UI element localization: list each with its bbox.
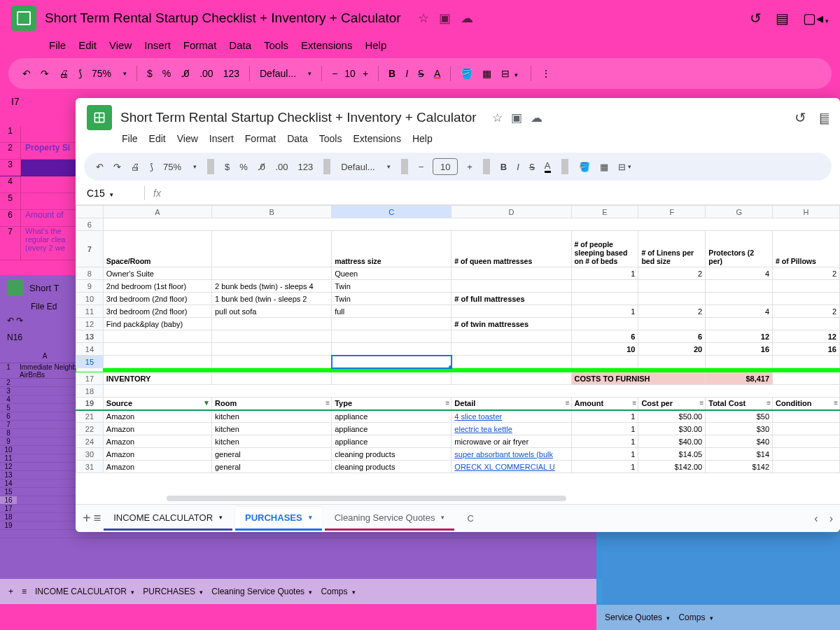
name-box[interactable]: C15 ▾ <box>87 188 136 199</box>
zoom-level[interactable]: 75% <box>160 162 185 172</box>
filter-icon[interactable]: ≡ <box>326 399 330 407</box>
menu-help[interactable]: Help <box>412 133 433 144</box>
percent-icon[interactable]: % <box>160 68 174 79</box>
redo-icon[interactable]: ↷ <box>110 162 125 172</box>
undo-icon[interactable]: ↶ <box>92 162 107 172</box>
tab-truncated[interactable]: C <box>457 507 483 529</box>
cloud-icon[interactable]: ☁ <box>461 10 473 26</box>
col-header[interactable]: G <box>706 206 773 218</box>
menu-insert[interactable]: Insert <box>144 39 171 51</box>
font-selector[interactable]: Defaul... <box>257 68 299 79</box>
tab-income-calculator[interactable]: INCOME CALCULATOR▾ <box>104 507 232 531</box>
borders-icon[interactable]: ▦ <box>596 162 612 172</box>
increase-font-icon[interactable]: + <box>360 68 371 79</box>
tab-purchases[interactable]: PURCHASES ▾ <box>143 587 203 596</box>
currency-icon[interactable]: $ <box>221 162 233 172</box>
col-header[interactable]: C <box>332 206 451 218</box>
font-size-input[interactable]: 10 <box>433 158 458 175</box>
tab-income[interactable]: INCOME CALCULATOR ▾ <box>35 587 134 596</box>
fill-color-icon[interactable]: 🪣 <box>458 68 475 79</box>
col-header[interactable]: D <box>451 206 571 218</box>
menu-extensions[interactable]: Extensions <box>301 39 352 51</box>
meet-icon[interactable]: ▢◂▾ <box>803 10 829 27</box>
all-sheets-icon[interactable]: ≡ <box>94 511 102 526</box>
increase-decimal-icon[interactable]: .00 <box>272 162 291 172</box>
filter-icon[interactable]: ≡ <box>633 399 637 407</box>
more-icon[interactable]: ⋮ <box>538 68 554 79</box>
chevron-down-icon[interactable]: ▾ <box>384 163 394 170</box>
undo-icon[interactable]: ↶ <box>20 68 34 79</box>
zoom-level[interactable]: 75% <box>89 68 114 79</box>
paint-format-icon[interactable]: ⟆ <box>76 68 85 79</box>
print-icon[interactable]: 🖨 <box>127 162 144 172</box>
menu-format[interactable]: Format <box>245 133 276 144</box>
menu-view[interactable]: View <box>109 39 132 51</box>
fill-color-icon[interactable]: 🪣 <box>575 162 594 172</box>
move-icon[interactable]: ▣ <box>439 10 451 26</box>
menu-edit[interactable]: Edit <box>149 133 166 144</box>
spreadsheet-grid[interactable]: A B C D E F G H 6 7 Space/Room mattress … <box>76 205 840 513</box>
filter-icon[interactable]: ≡ <box>446 399 450 407</box>
add-sheet-icon[interactable]: + <box>83 510 91 526</box>
col-header[interactable]: E <box>571 206 638 218</box>
increase-font-icon[interactable]: + <box>463 162 476 172</box>
document-title[interactable]: Short Term Rental Startup Checklist + In… <box>45 10 401 26</box>
horizontal-scrollbar[interactable] <box>167 496 833 504</box>
menu-edit[interactable]: Edit <box>78 39 97 51</box>
menu-data[interactable]: Data <box>287 133 308 144</box>
increase-decimal-icon[interactable]: .00 <box>197 68 216 79</box>
bold-icon[interactable]: B <box>386 68 398 79</box>
italic-icon[interactable]: I <box>402 68 411 79</box>
star-icon[interactable]: ☆ <box>492 111 503 125</box>
menu-view[interactable]: View <box>177 133 198 144</box>
menu-tools[interactable]: Tools <box>264 39 288 51</box>
tab-scroll-left-icon[interactable]: ‹ <box>814 512 818 525</box>
decrease-font-icon[interactable]: − <box>329 68 340 79</box>
document-title[interactable]: Short Term Rental Startup Checklist + In… <box>120 110 477 125</box>
tab-cleaning[interactable]: Cleaning Service Quotes ▾ <box>211 587 312 596</box>
strike-icon[interactable]: S̶ <box>415 68 427 79</box>
all-sheets-icon[interactable]: ≡ <box>22 587 27 596</box>
tab-service-quotes[interactable]: Service Quotes ▾ <box>605 612 670 622</box>
cloud-icon[interactable]: ☁ <box>531 111 542 125</box>
borders-icon[interactable]: ▦ <box>479 68 494 79</box>
menu-extensions[interactable]: Extensions <box>353 133 400 144</box>
comment-icon[interactable]: ▤ <box>819 109 829 126</box>
redo-icon[interactable]: ↷ <box>38 68 52 79</box>
menu-format[interactable]: Format <box>183 39 217 51</box>
decrease-decimal-icon[interactable]: .0̸ <box>254 162 270 172</box>
menu-file[interactable]: File <box>122 133 138 144</box>
menu-help[interactable]: Help <box>365 39 386 51</box>
menu-tools[interactable]: Tools <box>319 133 342 144</box>
merge-icon[interactable]: ⊟▾ <box>498 68 524 79</box>
italic-icon[interactable]: I <box>513 162 523 172</box>
filter-icon[interactable]: ≡ <box>766 399 771 407</box>
more-formats-icon[interactable]: 123 <box>220 68 242 79</box>
chevron-down-icon[interactable]: ▾ <box>190 163 200 170</box>
percent-icon[interactable]: % <box>236 162 251 172</box>
selected-cell[interactable] <box>332 356 451 368</box>
decrease-decimal-icon[interactable]: .0̸ <box>178 68 192 79</box>
history-icon[interactable]: ↺ <box>794 109 806 126</box>
col-header[interactable]: H <box>773 206 840 218</box>
add-sheet-icon[interactable]: + <box>8 587 13 596</box>
filter-icon[interactable]: ≡ <box>699 399 704 407</box>
filter-icon[interactable]: ≡ <box>566 399 570 407</box>
text-color-icon[interactable]: A <box>541 160 554 173</box>
move-icon[interactable]: ▣ <box>511 111 522 125</box>
menu-file[interactable]: File <box>49 39 66 51</box>
font-selector[interactable]: Defaul... <box>337 162 378 172</box>
tab-comps[interactable]: Comps ▾ <box>321 587 355 596</box>
print-icon[interactable]: 🖨 <box>56 68 71 79</box>
currency-icon[interactable]: $ <box>144 68 155 79</box>
filter-icon[interactable]: ▼ <box>203 399 210 407</box>
menu-data[interactable]: Data <box>229 39 251 51</box>
tab-purchases[interactable]: PURCHASES▾ <box>235 507 322 531</box>
font-size-input[interactable]: 10 <box>344 68 356 79</box>
star-icon[interactable]: ☆ <box>418 10 429 26</box>
tab-cleaning-service-quotes[interactable]: Cleaning Service Quotes▾ <box>325 507 455 531</box>
more-formats-icon[interactable]: 123 <box>295 162 317 172</box>
decrease-font-icon[interactable]: − <box>415 162 428 172</box>
col-header[interactable]: B <box>212 206 332 218</box>
sheets-app-icon[interactable] <box>11 6 36 31</box>
